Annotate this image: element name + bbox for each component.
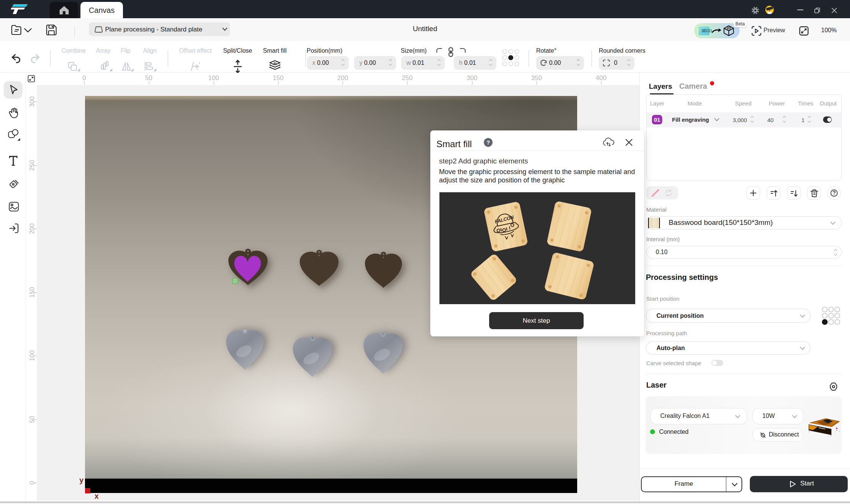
svg-text:2D: 2D [727, 26, 731, 30]
svg-text:AI: AI [274, 61, 277, 65]
